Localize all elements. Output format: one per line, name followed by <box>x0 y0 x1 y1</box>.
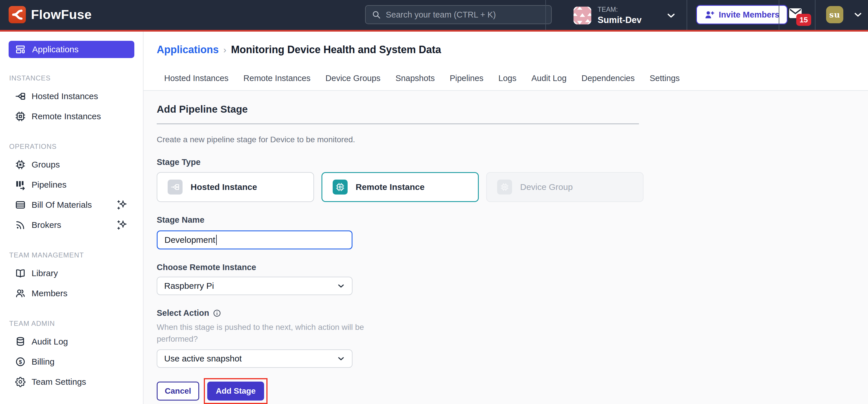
tab-pipelines[interactable]: Pipelines <box>442 69 491 88</box>
sidebar-item-label: Audit Log <box>32 337 68 347</box>
stage-type-hosted-instance[interactable]: Hosted Instance <box>157 172 314 202</box>
breadcrumb-applications-link[interactable]: Applications <box>157 43 219 56</box>
notifications-button[interactable]: 15 <box>789 8 815 28</box>
sidebar-item-label: Hosted Instances <box>32 91 98 101</box>
sidebar-item-label: Brokers <box>32 220 61 230</box>
bill-of-materials-icon <box>15 199 26 210</box>
sidebar-item-label: Remote Instances <box>32 112 101 121</box>
remote-instance-value: Raspberry Pi <box>164 281 214 291</box>
sidebar-item-pipelines[interactable]: Pipelines <box>0 175 143 195</box>
team-name: Sumit-Dev <box>598 15 642 25</box>
chevron-down-icon <box>336 281 346 290</box>
sidebar-item-label: Team Settings <box>32 377 86 387</box>
sidebar-item-team-settings[interactable]: Team Settings <box>0 372 143 392</box>
stage-type-options: Hosted Instance Remote Instance <box>157 172 855 202</box>
main-panel: Applications › Monitoring Device Health … <box>144 32 868 404</box>
sidebar-section-team-management: TEAM MANAGEMENT <box>9 251 143 259</box>
stage-type-label: Stage Type <box>157 157 855 167</box>
stage-type-option-label: Device Group <box>520 182 572 192</box>
remote-instance-chip-icon <box>333 180 348 195</box>
remote-instance-select[interactable]: Raspberry Pi <box>157 277 352 295</box>
add-stage-button[interactable]: Add Stage <box>207 382 264 401</box>
action-value: Use active snapshot <box>164 354 242 364</box>
device-group-icon <box>497 180 512 195</box>
sidebar-item-billing[interactable]: $ Billing <box>0 352 143 372</box>
sidebar-item-groups[interactable]: Groups <box>0 154 143 175</box>
stage-type-option-label: Remote Instance <box>355 182 425 192</box>
library-icon <box>15 268 26 279</box>
sidebar-item-brokers[interactable]: Brokers <box>0 215 143 235</box>
device-groups-icon <box>15 159 26 170</box>
sidebar-item-members[interactable]: Members <box>0 283 143 304</box>
invite-members-label: Invite Members <box>719 10 779 20</box>
team-selector[interactable]: TEAM: Sumit-Dev <box>574 6 642 25</box>
members-icon <box>15 288 26 299</box>
select-action-label-text: Select Action <box>157 308 209 318</box>
broker-icon <box>15 220 26 230</box>
tab-remote-instances[interactable]: Remote Instances <box>236 69 318 88</box>
pipelines-icon <box>15 179 26 190</box>
breadcrumb: Applications › Monitoring Device Health … <box>157 43 868 56</box>
user-menu[interactable]: SU <box>826 6 863 23</box>
tab-settings[interactable]: Settings <box>642 69 687 88</box>
sidebar-section-instances: INSTANCES <box>9 74 143 82</box>
team-chevron-down-icon[interactable] <box>665 10 677 21</box>
tab-audit-log[interactable]: Audit Log <box>524 69 574 88</box>
stage-name-input[interactable]: Development <box>157 230 352 250</box>
user-avatar: SU <box>826 6 843 23</box>
action-select[interactable]: Use active snapshot <box>157 349 352 368</box>
stage-type-remote-instance[interactable]: Remote Instance <box>321 172 479 202</box>
team-avatar <box>574 7 591 24</box>
flowfuse-brand[interactable]: FlowFuse <box>9 6 92 23</box>
sidebar-item-applications[interactable]: Applications <box>9 41 134 58</box>
flowfuse-logo-icon <box>9 6 26 23</box>
search-placeholder: Search your team (CTRL + K) <box>386 10 496 20</box>
sparkles-icon <box>117 199 128 211</box>
tab-logs[interactable]: Logs <box>491 69 524 88</box>
sidebar-item-hosted-instances[interactable]: Hosted Instances <box>0 86 143 106</box>
form-title: Add Pipeline Stage <box>157 104 855 115</box>
text-cursor <box>216 235 217 245</box>
sparkles-icon <box>117 219 128 231</box>
settings-icon <box>15 376 26 387</box>
add-pipeline-stage-form: Add Pipeline Stage Create a new pipeline… <box>144 91 868 404</box>
user-chevron-down-icon <box>852 9 863 20</box>
cancel-button[interactable]: Cancel <box>157 382 199 401</box>
svg-text:$: $ <box>19 359 22 365</box>
sidebar-item-label: Pipelines <box>32 180 67 190</box>
stage-name-value: Development <box>164 235 215 245</box>
title-divider <box>157 123 639 124</box>
sidebar-item-audit-log[interactable]: Audit Log <box>0 331 143 352</box>
top-navbar: FlowFuse Search your team (CTRL + K) TEA… <box>0 0 868 30</box>
tab-device-groups[interactable]: Device Groups <box>318 69 388 88</box>
sidebar-item-library[interactable]: Library <box>0 263 143 283</box>
hosted-instance-icon <box>167 180 183 195</box>
form-description: Create a new pipeline stage for Device t… <box>157 135 855 144</box>
sidebar-item-label: Groups <box>32 160 60 170</box>
sidebar-item-label: Billing <box>32 357 55 367</box>
navbar-divider <box>815 0 815 30</box>
search-input[interactable]: Search your team (CTRL + K) <box>365 5 552 24</box>
page-header: Applications › Monitoring Device Health … <box>144 32 868 91</box>
tab-snapshots[interactable]: Snapshots <box>388 69 442 88</box>
remote-instance-label: Choose Remote Instance <box>157 263 855 272</box>
sidebar-item-bill-of-materials[interactable]: Bill Of Materials <box>0 195 143 215</box>
tab-hosted-instances[interactable]: Hosted Instances <box>157 69 236 88</box>
application-tabs: Hosted Instances Remote Instances Device… <box>157 69 868 88</box>
info-icon[interactable] <box>213 309 221 318</box>
select-action-help-text: When this stage is pushed to the next, w… <box>157 321 401 345</box>
sidebar-item-label: Library <box>32 268 58 278</box>
notification-count-badge: 15 <box>796 14 811 26</box>
invite-members-button[interactable]: Invite Members <box>696 5 787 24</box>
sidebar-item-remote-instances[interactable]: Remote Instances <box>0 106 143 126</box>
navbar-divider <box>687 0 687 30</box>
tab-dependencies[interactable]: Dependencies <box>574 69 642 88</box>
annotation-highlight-box: Add Stage <box>204 378 268 404</box>
billing-icon: $ <box>15 356 26 367</box>
hosted-instances-icon <box>15 91 26 102</box>
page-title: Monitoring Device Health and System Data <box>231 43 441 56</box>
sidebar-item-label: Members <box>32 288 67 298</box>
form-actions: Cancel Add Stage <box>157 378 855 404</box>
navbar-divider <box>779 0 779 30</box>
chevron-down-icon <box>336 354 346 363</box>
